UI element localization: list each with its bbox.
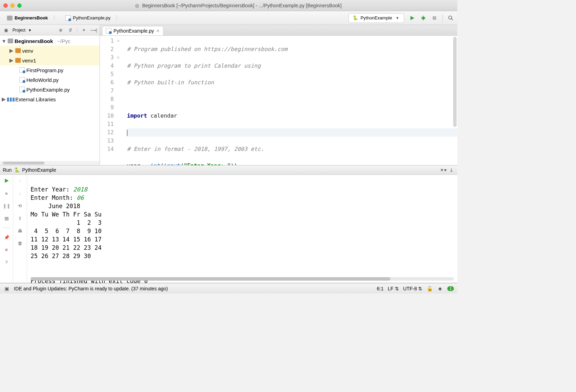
tree-label: External Libraries — [15, 96, 56, 102]
tree-label: venv — [22, 48, 33, 54]
disclosure-closed-icon[interactable]: ▶ — [1, 96, 6, 102]
separator — [3, 228, 10, 228]
project-label[interactable]: Project — [12, 28, 25, 33]
run-title: Run — [3, 167, 12, 173]
python-file-icon — [19, 77, 25, 83]
line-sep-selector[interactable]: LF ⇅ — [388, 286, 399, 291]
console-output[interactable]: Enter Year: 2018 Enter Month: 06 June 20… — [27, 175, 457, 283]
tree-external-libs[interactable]: ▶ ▮▮▮ External Libraries — [0, 94, 100, 104]
pycharm-icon: ◎ — [134, 2, 140, 9]
folder-icon — [15, 58, 21, 63]
lock-icon[interactable]: 🔓 — [426, 286, 433, 292]
run-panel-header: Run 🐍 PythonExample ✴︎▾ ⤓ — [0, 165, 457, 175]
python-file-icon — [106, 28, 111, 34]
sidebar-scrollbar[interactable] — [0, 161, 100, 165]
run-button[interactable] — [409, 15, 415, 21]
target-icon[interactable]: ⊕ — [58, 27, 64, 33]
python-file-icon — [19, 87, 25, 92]
gear-icon[interactable]: ✴︎ — [81, 27, 87, 33]
project-view-icon[interactable]: ▣ — [3, 27, 9, 33]
separator — [442, 14, 443, 22]
library-icon: ▮▮▮ — [8, 96, 14, 102]
print-button[interactable]: 🖶 — [17, 228, 23, 234]
debug-button[interactable] — [420, 15, 426, 21]
navigation-bar: BeginnersBook PythonExample.py 🐍 PythonE… — [0, 11, 457, 25]
console-scrollbar[interactable] — [31, 277, 454, 281]
separator — [77, 27, 77, 33]
disclosure-closed-icon[interactable]: ▶ — [9, 48, 14, 54]
tree-label: venv1 — [22, 58, 36, 63]
svg-rect-1 — [433, 16, 436, 20]
run-toolbar-right: ↑ ↓ ⟲ ⇪ 🖶 🗑 — [13, 175, 27, 283]
events-badge[interactable]: 1 — [447, 286, 454, 291]
gear-icon[interactable]: ✴︎▾ — [440, 167, 446, 173]
maximize-icon[interactable] — [17, 3, 22, 8]
title-bar: ◎ BeginnersBook [~/PycharmProjects/Begin… — [0, 0, 457, 11]
project-sidebar: ▣ Project▾ ⊕ ⇵ ✴︎ ⟶| ▼ BeginnersBook ~/P… — [0, 25, 100, 165]
tree-file[interactable]: FirstProgram.py — [0, 65, 100, 75]
project-tool-header: ▣ Project▾ ⊕ ⇵ ✴︎ ⟶| — [0, 25, 100, 35]
svg-point-0 — [422, 17, 425, 19]
run-config-label: PythonExample — [361, 15, 392, 20]
help-button[interactable]: ? — [3, 259, 10, 265]
run-config-name: PythonExample — [22, 167, 56, 173]
search-icon[interactable] — [448, 15, 454, 21]
project-tree[interactable]: ▼ BeginnersBook ~/Pyc ▶ venv ▶ venv1 Fir… — [0, 35, 100, 161]
pause-button: ❚❚ — [3, 203, 10, 209]
up-button[interactable]: ↑ — [17, 178, 23, 184]
tree-path: ~/Pyc — [57, 38, 70, 44]
run-toolbar-left: ■ ❚❚ ▤ 📌 ✕ ? — [0, 175, 13, 283]
editor[interactable]: 1 2 3 4 5 6 7 8 9 10 11 12 13 14 ⊟ ⊟ # P… — [100, 35, 457, 165]
tree-file[interactable]: PythonExample.py — [0, 85, 100, 94]
run-config-selector[interactable]: 🐍 PythonExample ▾ — [348, 13, 404, 23]
wrap-button[interactable]: ⟲ — [17, 203, 23, 209]
disclosure-closed-icon[interactable]: ▶ — [9, 57, 14, 63]
export-button[interactable]: ⇪ — [17, 215, 23, 221]
editor-scrollbar[interactable] — [453, 37, 457, 127]
rerun-button[interactable] — [3, 178, 10, 184]
chevron-down-icon: ▾ — [394, 15, 400, 21]
tool-window-icon[interactable]: ▣ — [3, 286, 10, 292]
close-icon[interactable] — [3, 3, 8, 8]
pin-button[interactable]: 📌 — [3, 234, 10, 240]
inspector-icon[interactable]: ☻ — [437, 286, 443, 292]
editor-area: PythonExample.py ✕ 1 2 3 4 5 6 7 8 9 10 … — [100, 25, 457, 165]
tree-folder-venv1[interactable]: ▶ venv1 — [0, 56, 100, 65]
minimize-icon[interactable] — [10, 3, 15, 8]
python-icon: 🐍 — [14, 167, 20, 173]
close-panel-button[interactable]: ✕ — [3, 247, 10, 253]
tree-root[interactable]: ▼ BeginnersBook ~/Pyc — [0, 36, 100, 46]
hide-icon[interactable]: ⟶| — [91, 27, 97, 33]
window-title-text: BeginnersBook [~/PycharmProjects/Beginne… — [142, 3, 342, 8]
fold-marker-icon[interactable]: ⊟ — [117, 53, 119, 62]
folder-icon — [7, 16, 12, 20]
window-controls — [3, 3, 22, 8]
breadcrumb-project[interactable]: BeginnersBook — [3, 13, 62, 23]
down-button[interactable]: ↓ — [17, 190, 23, 196]
layout-button[interactable]: ▤ — [3, 215, 10, 221]
trash-button[interactable]: 🗑 — [17, 240, 23, 246]
tree-folder-venv[interactable]: ▶ venv — [0, 46, 100, 56]
run-panel: ■ ❚❚ ▤ 📌 ✕ ? ↑ ↓ ⟲ ⇪ 🖶 🗑 Enter Year: 201… — [0, 175, 457, 283]
tree-file[interactable]: HelloWorld.py — [0, 75, 100, 85]
folder-icon — [15, 48, 21, 53]
close-tab-icon[interactable]: ✕ — [156, 28, 160, 33]
download-icon[interactable]: ⤓ — [448, 167, 455, 173]
chevron-down-icon[interactable]: ▾ — [29, 28, 31, 33]
editor-tab-bar: PythonExample.py ✕ — [100, 25, 457, 35]
line-gutter[interactable]: 1 2 3 4 5 6 7 8 9 10 11 12 13 14 ⊟ ⊟ — [100, 36, 120, 165]
collapse-icon[interactable]: ⇵ — [67, 27, 74, 33]
encoding-selector[interactable]: UTF-8 ⇅ — [403, 286, 423, 291]
stop-button: ■ — [3, 190, 10, 196]
tree-label: HelloWorld.py — [26, 77, 59, 83]
breadcrumb-file[interactable]: PythonExample.py — [62, 13, 124, 23]
editor-tab[interactable]: PythonExample.py ✕ — [102, 26, 163, 35]
tab-label: PythonExample.py — [113, 28, 154, 34]
cursor-position[interactable]: 6:1 — [377, 286, 383, 291]
code-content[interactable]: # Program published on https://beginners… — [120, 36, 457, 165]
tree-label: PythonExample.py — [26, 87, 70, 93]
disclosure-open-icon[interactable]: ▼ — [1, 38, 6, 44]
python-file-icon — [65, 15, 71, 21]
fold-marker-icon[interactable]: ⊟ — [117, 37, 119, 45]
svg-point-2 — [449, 16, 452, 19]
